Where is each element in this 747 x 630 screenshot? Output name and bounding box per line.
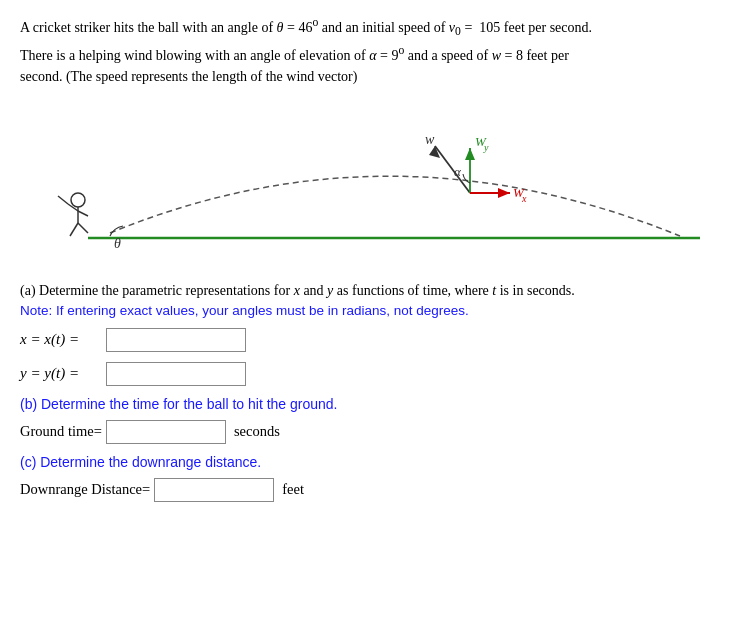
svg-line-5: [70, 223, 78, 236]
diagram: θ w W y W x α: [20, 98, 727, 273]
y-equation-row: y = y(t) =: [20, 362, 727, 386]
svg-text:θ: θ: [114, 236, 121, 251]
svg-text:α: α: [454, 164, 462, 179]
svg-marker-14: [498, 188, 510, 198]
svg-text:y: y: [483, 142, 489, 153]
y-equation-label: y = y(t) =: [20, 365, 100, 382]
svg-marker-12: [465, 148, 475, 160]
svg-text:w: w: [425, 132, 435, 147]
svg-line-4: [78, 211, 88, 216]
problem-description: A cricket striker hits the ball with an …: [20, 14, 727, 88]
part-a-label: (a) Determine the parametric representat…: [20, 283, 727, 299]
feet-unit: feet: [282, 481, 304, 498]
seconds-unit: seconds: [234, 423, 280, 440]
note-radians: Note: If entering exact values, your ang…: [20, 303, 727, 318]
downrange-row: Downrange Distance= feet: [20, 478, 727, 502]
downrange-input[interactable]: [154, 478, 274, 502]
svg-point-1: [71, 193, 85, 207]
svg-line-6: [78, 223, 88, 233]
x-equation-label: x = x(t) =: [20, 331, 100, 348]
svg-line-7: [58, 196, 68, 204]
ground-time-row: Ground time= seconds: [20, 420, 727, 444]
downrange-distance-label: Downrange Distance=: [20, 481, 150, 498]
part-c-label: (c) Determine the downrange distance.: [20, 454, 727, 470]
x-input[interactable]: [106, 328, 246, 352]
ground-time-label: Ground time=: [20, 423, 102, 440]
x-equation-row: x = x(t) =: [20, 328, 727, 352]
part-b-label: (b) Determine the time for the ball to h…: [20, 396, 727, 412]
ground-time-input[interactable]: [106, 420, 226, 444]
svg-line-9: [435, 146, 470, 193]
svg-text:x: x: [521, 193, 527, 204]
y-input[interactable]: [106, 362, 246, 386]
